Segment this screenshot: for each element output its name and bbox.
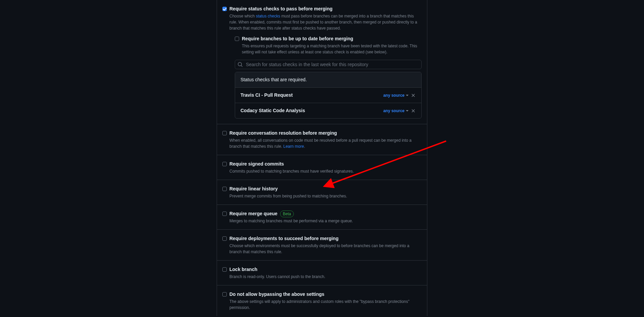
check-row: Codacy Static Code Analysis any source xyxy=(235,103,421,118)
rule-desc: Branch is read-only. Users cannot push t… xyxy=(229,274,422,280)
rule-title-row: Require merge queue Beta xyxy=(229,210,422,217)
rule-linear: Require linear history Prevent merge com… xyxy=(217,180,427,205)
chevron-down-icon xyxy=(406,95,409,96)
status-check-search-wrap xyxy=(235,60,422,69)
rule-no-bypass: Do not allow bypassing the above setting… xyxy=(217,285,427,316)
check-source-label: any source xyxy=(383,108,405,113)
sub-rule-up-to-date: Require branches to be up to date before… xyxy=(235,35,422,119)
checkbox-deployments[interactable] xyxy=(222,236,227,241)
learn-more-link[interactable]: Learn more xyxy=(283,144,304,149)
rule-deployments: Require deployments to succeed before me… xyxy=(217,230,427,261)
search-icon xyxy=(237,62,243,67)
check-row: Travis CI - Pull Request any source xyxy=(235,88,421,103)
rule-title: Lock branch xyxy=(229,266,422,273)
rule-lock: Lock branch Branch is read-only. Users c… xyxy=(217,261,427,285)
checkbox-status-checks[interactable] xyxy=(222,7,227,11)
rule-desc: This ensures pull requests targeting a m… xyxy=(242,43,422,55)
check-name: Travis CI - Pull Request xyxy=(240,92,293,99)
check-source-label: any source xyxy=(383,93,405,98)
checkbox-up-to-date[interactable] xyxy=(235,37,239,41)
rule-conversation: Require conversation resolution before m… xyxy=(217,124,427,155)
rule-desc: Choose which status checks must pass bef… xyxy=(229,13,422,31)
checkbox-merge-queue[interactable] xyxy=(222,212,227,216)
rule-title: Do not allow bypassing the above setting… xyxy=(229,291,422,298)
rule-desc: Commits pushed to matching branches must… xyxy=(229,168,422,174)
close-icon xyxy=(411,108,416,114)
desc-text: Choose which xyxy=(229,14,256,18)
checkbox-lock[interactable] xyxy=(222,267,227,272)
remove-check-button[interactable] xyxy=(411,93,416,98)
checkbox-linear[interactable] xyxy=(222,187,227,191)
rule-title: Require branches to be up to date before… xyxy=(242,35,422,42)
rule-title: Require conversation resolution before m… xyxy=(229,130,422,137)
rule-title: Require signed commits xyxy=(229,161,422,168)
chevron-down-icon xyxy=(406,110,409,111)
rule-merge-queue: Require merge queue Beta Merges to match… xyxy=(217,205,427,230)
desc-text: . xyxy=(304,144,305,149)
close-icon xyxy=(411,93,416,98)
check-name: Codacy Static Code Analysis xyxy=(240,107,305,114)
required-checks-header: Status checks that are required. xyxy=(235,72,421,88)
check-source-dropdown[interactable]: any source xyxy=(383,108,409,113)
rule-desc: The above settings will apply to adminis… xyxy=(229,299,422,311)
checkbox-no-bypass[interactable] xyxy=(222,292,227,297)
status-checks-link[interactable]: status checks xyxy=(256,14,280,18)
rule-desc: Merges to matching branches must be perf… xyxy=(229,218,422,224)
rule-title: Require linear history xyxy=(229,185,422,192)
checkbox-signed[interactable] xyxy=(222,162,227,166)
status-check-search-input[interactable] xyxy=(235,60,422,69)
rule-title: Require status checks to pass before mer… xyxy=(229,5,422,12)
rule-desc: Choose which environments must be succes… xyxy=(229,243,422,255)
rule-signed: Require signed commits Commits pushed to… xyxy=(217,155,427,180)
beta-badge: Beta xyxy=(280,211,294,217)
remove-check-button[interactable] xyxy=(411,108,416,114)
rule-title: Require deployments to succeed before me… xyxy=(229,235,422,242)
rule-desc: Prevent merge commits from being pushed … xyxy=(229,193,422,199)
checkbox-conversation[interactable] xyxy=(222,131,227,135)
check-source-dropdown[interactable]: any source xyxy=(383,93,409,98)
rule-title: Require merge queue xyxy=(229,211,277,216)
desc-text: When enabled, all conversations on code … xyxy=(229,138,412,149)
branch-protection-panel: Require status checks to pass before mer… xyxy=(217,0,427,316)
rule-status-checks: Require status checks to pass before mer… xyxy=(217,0,427,124)
rule-desc: When enabled, all conversations on code … xyxy=(229,137,422,149)
required-checks-box: Status checks that are required. Travis … xyxy=(235,72,422,119)
